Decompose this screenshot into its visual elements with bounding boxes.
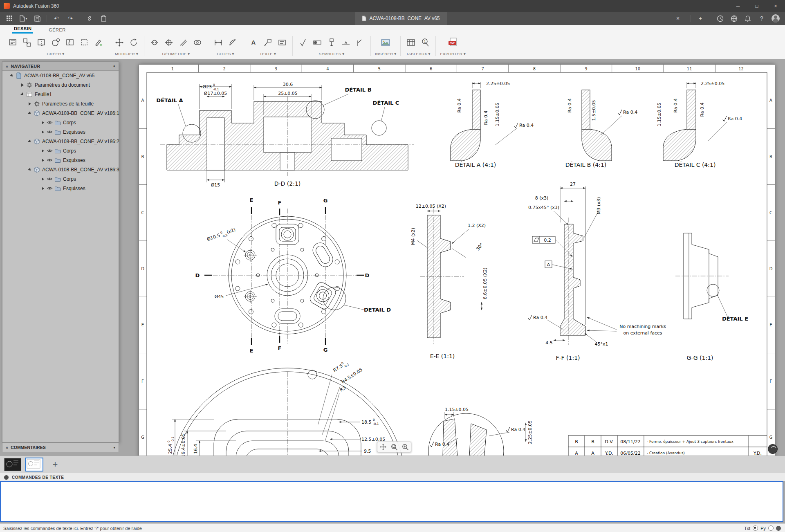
expand-arrow-icon[interactable] xyxy=(28,111,32,115)
detail-callout[interactable]: DETAIL D xyxy=(364,307,391,313)
clipboard-icon[interactable] xyxy=(96,13,110,24)
drawing-sheet[interactable]: 1 2 3 4 5 6 7 8 9 10 11 12 A B C D E F G… xyxy=(139,65,775,456)
table-icon[interactable] xyxy=(405,36,417,49)
sketch-icon[interactable] xyxy=(92,36,105,49)
group-label-inserer[interactable]: INSÉRER▾ xyxy=(375,52,396,56)
notifications-bell-icon[interactable] xyxy=(741,13,755,24)
surface-finish-label[interactable]: Ra 0.4 xyxy=(623,110,637,115)
view-ff-section[interactable]: 27 8 (x3) 0.75x45° (x3) M3 (x3) 0.2 A xyxy=(528,182,666,361)
expand-arrow-icon[interactable] xyxy=(42,187,44,190)
expand-arrow-icon[interactable] xyxy=(42,177,44,181)
dim-label[interactable]: 8 (x3) xyxy=(535,195,549,201)
avatar[interactable] xyxy=(769,13,783,24)
redo-icon[interactable]: ↷ xyxy=(63,13,77,24)
crop-view-icon[interactable] xyxy=(78,36,90,49)
help-icon[interactable]: ? xyxy=(755,13,769,24)
add-sheet-button[interactable]: + xyxy=(50,459,61,470)
group-label-creer[interactable]: CRÉER▾ xyxy=(47,52,65,56)
dim-label[interactable]: 19.4±0.05 xyxy=(181,433,186,456)
expand-arrow-icon[interactable] xyxy=(28,168,32,172)
view-rim-detail[interactable]: 1.15±0.05 2.25±0.05 Ra 0.4 Ra 0.4 xyxy=(428,407,533,456)
group-label-geometrie[interactable]: GÉOMÉTRIE▾ xyxy=(162,52,190,56)
expand-arrow-icon[interactable] xyxy=(42,130,44,134)
mode-txt-radio[interactable] xyxy=(753,525,758,531)
zoom-window-icon[interactable] xyxy=(390,443,398,451)
expand-arrow-icon[interactable] xyxy=(42,121,44,124)
dim-label[interactable]: 1.15±0.05 xyxy=(495,103,500,126)
surface-finish-label[interactable]: Ra 0.4 xyxy=(511,427,525,432)
mode-py-radio[interactable] xyxy=(768,525,774,531)
base-view-icon[interactable] xyxy=(7,36,19,49)
dim-label[interactable]: 2.25±0.05 xyxy=(701,81,724,86)
dim-label[interactable]: 45°x1 xyxy=(594,341,608,347)
dim-label[interactable]: 6.6±0.05 (X2) xyxy=(482,267,488,299)
save-icon[interactable] xyxy=(30,13,44,24)
view-detail-c[interactable]: 2.25±0.05 1.15±0.05 Ra 0.4 Ra 0.4 Ra 0.4… xyxy=(657,81,742,168)
section-mark[interactable]: F xyxy=(278,200,282,206)
dim-label[interactable]: 12±0.05 (X2) xyxy=(416,204,446,209)
tree-item-component-2[interactable]: ACWA-0108-BB_CONE_AV v186:2 xyxy=(2,137,119,146)
dim-label[interactable]: Ø17±0.05 xyxy=(204,91,227,96)
leader-text-icon[interactable] xyxy=(262,36,274,49)
tree-item-bodies-1[interactable]: Corps xyxy=(2,118,119,127)
dim-label[interactable]: 27 xyxy=(570,182,576,187)
tree-item-bodies-3[interactable]: Corps xyxy=(2,174,119,184)
text-commands-header[interactable]: COMMANDES DE TEXTE xyxy=(0,473,785,481)
undo-icon[interactable]: ↶ xyxy=(49,13,63,24)
insert-image-icon[interactable] xyxy=(379,36,392,49)
dim-label[interactable]: 4.5 xyxy=(545,340,553,346)
surface-finish-label[interactable]: Ra 0.4 xyxy=(700,102,705,117)
app-grid-icon[interactable] xyxy=(2,13,16,24)
dim-label[interactable]: 1.15±0.05 xyxy=(657,103,662,126)
export-pdf-icon[interactable]: PDF xyxy=(447,36,459,49)
edge-extension-icon[interactable] xyxy=(177,36,189,49)
comments-panel-header[interactable]: « COMMENTAIRES ● xyxy=(2,442,119,452)
drawing-canvas[interactable]: 1 2 3 4 5 6 7 8 9 10 11 12 A B C D E F G… xyxy=(0,59,785,456)
section-mark[interactable]: F xyxy=(278,345,282,351)
eye-icon[interactable] xyxy=(47,176,53,182)
extensions-icon[interactable] xyxy=(727,13,741,24)
close-button[interactable]: × xyxy=(766,0,785,12)
sheet-thumbnail-1[interactable] xyxy=(4,458,21,471)
move-icon[interactable] xyxy=(113,36,126,49)
rotate-icon[interactable] xyxy=(128,36,140,49)
help-bubble-icon[interactable] xyxy=(768,444,778,454)
tree-item-root-document[interactable]: ACWA-0108-BB_CONE_AV v65 xyxy=(2,71,119,80)
dim-label[interactable]: R4.5±0.05 xyxy=(341,367,363,385)
balloon-icon[interactable]: 1 xyxy=(419,36,431,49)
file-menu-icon[interactable]: ▾ xyxy=(16,13,30,24)
expand-arrow-icon[interactable] xyxy=(28,139,32,144)
tree-item-sheet-settings[interactable]: Paramètres de la feuille xyxy=(2,99,119,108)
dim-label[interactable]: 18.5 xyxy=(361,420,372,425)
tree-item-bodies-2[interactable]: Corps xyxy=(2,146,119,155)
datum-icon[interactable] xyxy=(325,36,338,49)
tree-item-sketches-1[interactable]: Esquisses xyxy=(2,127,119,137)
linear-dimension-icon[interactable] xyxy=(212,36,224,49)
note-label[interactable]: on external faces xyxy=(623,330,662,336)
command-input-hint[interactable]: Saisissez les commandes de texte ici. En… xyxy=(3,526,142,531)
section-mark[interactable]: G xyxy=(323,347,328,353)
tab-dessin[interactable]: DESSIN xyxy=(12,25,33,34)
dim-label[interactable]: Ø10.5 xyxy=(206,233,221,242)
dim-label[interactable]: M4 (x2) xyxy=(410,228,416,245)
text-commands-console[interactable] xyxy=(0,481,783,522)
dim-label[interactable]: 16.4 xyxy=(193,444,198,454)
dim-label[interactable]: Ø45 xyxy=(215,294,224,299)
view-title[interactable]: DÉTAIL B (4:1) xyxy=(565,162,607,168)
dim-label[interactable]: 1.2 (X2) xyxy=(468,223,486,228)
view-ee-section[interactable]: 12±0.05 (X2) M4 (x2) 1.2 (X2) 30° 6.6±0.… xyxy=(410,204,488,359)
ordinate-dimension-icon[interactable] xyxy=(227,36,239,49)
section-mark[interactable]: E xyxy=(250,348,253,354)
group-label-modifier[interactable]: MODIFIER▾ xyxy=(115,52,138,56)
view-title[interactable]: D-D (2:1) xyxy=(274,180,301,187)
tab-gerer[interactable]: GÉRER xyxy=(47,26,67,34)
group-label-cotes[interactable]: COTES▾ xyxy=(217,52,234,56)
tree-item-component-3[interactable]: ACWA-0108-BB_CONE_AV v186:3 xyxy=(2,165,119,174)
edge-symbol-icon[interactable] xyxy=(354,36,366,49)
section-mark[interactable]: G xyxy=(323,198,328,204)
tree-item-component-1[interactable]: ACWA-0108-BB_CONE_AV v186:1 xyxy=(2,108,119,118)
section-mark[interactable]: D xyxy=(195,272,200,278)
section-mark[interactable]: D xyxy=(365,272,370,278)
view-title[interactable]: DÉTAIL A (4:1) xyxy=(455,162,496,168)
dim-label[interactable]: Ø23 xyxy=(202,84,212,90)
